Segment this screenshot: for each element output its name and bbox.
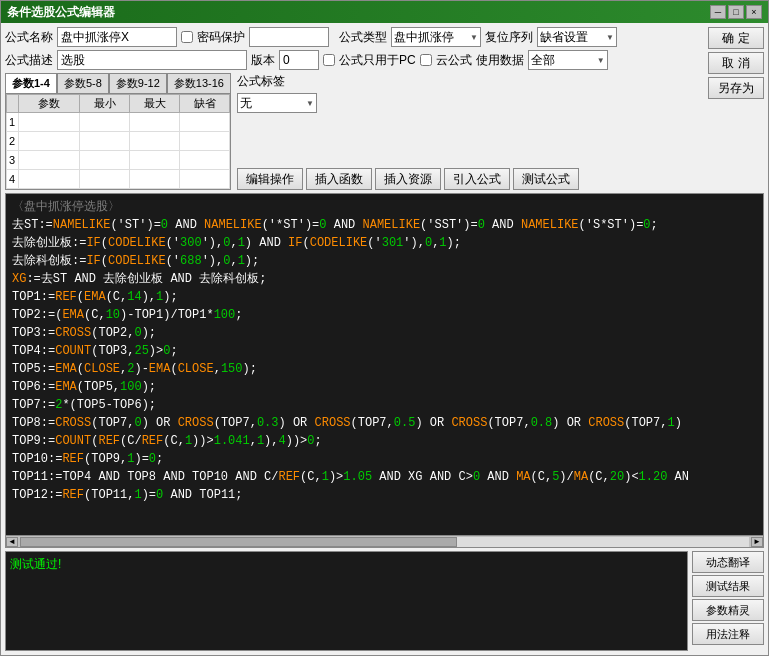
code-line: 去ST:=NAMELIKE('ST')=0 AND NAMELIKE('*ST'… (12, 216, 757, 234)
param-2-name[interactable] (21, 133, 71, 149)
code-line: TOP3:=CROSS(TOP2,0); (12, 324, 757, 342)
param-3-default[interactable] (182, 152, 222, 168)
repeat-label: 复位序列 (485, 29, 533, 46)
param-name-header: 参数 (19, 95, 80, 113)
formula-name-row: 公式名称 密码保护 公式类型 盘中抓涨停 ▼ 复位序列 缺省设置 ▼ (5, 27, 704, 47)
formula-tag-value-row: 无 ▼ (237, 93, 579, 113)
param-4-min[interactable] (82, 171, 122, 187)
save-as-button[interactable]: 另存为 (708, 77, 764, 99)
outer-buttons: 确 定 取 消 另存为 (708, 27, 764, 190)
param-4-default[interactable] (182, 171, 222, 187)
use-data-label: 使用数据 (476, 52, 524, 69)
code-line: TOP8:=CROSS(TOP7,0) OR CROSS(TOP7,0.3) O… (12, 414, 757, 432)
formula-tag-dropdown[interactable]: 无 ▼ (237, 93, 317, 113)
close-button[interactable]: × (746, 5, 762, 19)
formula-name-label: 公式名称 (5, 29, 53, 46)
horizontal-scrollbar[interactable]: ◄ ► (6, 535, 763, 547)
param-num-header (7, 95, 19, 113)
title-bar: 条件选股公式编辑器 ─ □ × (1, 1, 768, 23)
repeat-arrow: ▼ (606, 33, 614, 42)
status-area: 测试通过! (5, 551, 688, 651)
cloud-label: 云公式 (436, 52, 472, 69)
param-2-default[interactable] (182, 133, 222, 149)
code-line: XG:=去ST AND 去除创业板 AND 去除科创板; (12, 270, 757, 288)
param-1-max[interactable] (132, 114, 172, 130)
code-line: TOP7:=2*(TOP5-TOP6); (12, 396, 757, 414)
edit-op-button[interactable]: 编辑操作 (237, 168, 303, 190)
main-window: 条件选股公式编辑器 ─ □ × 公式名称 密码保护 公式类型 (0, 0, 769, 656)
minimize-button[interactable]: ─ (710, 5, 726, 19)
row-num-2: 2 (7, 132, 19, 151)
formula-tag-section: 公式标签 无 ▼ 编辑操作 插入函数 (237, 73, 579, 190)
code-line: TOP11:=TOP4 AND TOP8 AND TOP10 AND C/REF… (12, 468, 757, 486)
param-1-min[interactable] (82, 114, 122, 130)
code-line: TOP6:=EMA(TOP5,100); (12, 378, 757, 396)
cancel-button[interactable]: 取 消 (708, 52, 764, 74)
table-row: 2 (7, 132, 230, 151)
use-data-dropdown[interactable]: 全部 ▼ (528, 50, 608, 70)
param-tab-9-12[interactable]: 参数9-12 (109, 73, 167, 93)
param-summary-button[interactable]: 参数精灵 (692, 599, 764, 621)
maximize-button[interactable]: □ (728, 5, 744, 19)
code-editor[interactable]: 〈盘中抓涨停选股〉 去ST:=NAMELIKE('ST')=0 AND NAME… (5, 193, 764, 548)
password-input[interactable] (249, 27, 329, 47)
formula-type-dropdown[interactable]: 盘中抓涨停 ▼ (391, 27, 481, 47)
insert-resource-button[interactable]: 插入资源 (375, 168, 441, 190)
top-section: 公式名称 密码保护 公式类型 盘中抓涨停 ▼ 复位序列 缺省设置 ▼ (5, 27, 764, 190)
param-1-default[interactable] (182, 114, 222, 130)
window-title: 条件选股公式编辑器 (7, 4, 115, 21)
formula-desc-input[interactable] (57, 50, 247, 70)
param-table: 参数 最小 最大 缺省 1 (5, 93, 231, 190)
row-num-4: 4 (7, 170, 19, 189)
use-data-arrow: ▼ (597, 56, 605, 65)
test-result-text: 测试通过! (10, 557, 61, 571)
confirm-button[interactable]: 确 定 (708, 27, 764, 49)
quote-formula-button[interactable]: 引入公式 (444, 168, 510, 190)
code-content[interactable]: 〈盘中抓涨停选股〉 去ST:=NAMELIKE('ST')=0 AND NAME… (6, 194, 763, 535)
code-line: 去除科创板:=IF(CODELIKE('688'),0,1); (12, 252, 757, 270)
formula-desc-label: 公式描述 (5, 52, 53, 69)
scroll-left-button[interactable]: ◄ (6, 537, 18, 547)
content-area: 公式名称 密码保护 公式类型 盘中抓涨停 ▼ 复位序列 缺省设置 ▼ (1, 23, 768, 655)
param-2-max[interactable] (132, 133, 172, 149)
code-line: 去除创业板:=IF(CODELIKE('300'),0,1) AND IF(CO… (12, 234, 757, 252)
right-side-buttons: 动态翻译 测试结果 参数精灵 用法注释 (692, 551, 764, 651)
param-3-name[interactable] (21, 152, 71, 168)
dynamic-translate-button[interactable]: 动态翻译 (692, 551, 764, 573)
param-1-name[interactable] (21, 114, 71, 130)
scroll-right-button[interactable]: ► (751, 537, 763, 547)
param-tab-13-16[interactable]: 参数13-16 (167, 73, 231, 93)
repeat-dropdown[interactable]: 缺省设置 ▼ (537, 27, 617, 47)
param-default-header: 缺省 (180, 95, 230, 113)
param-max-header: 最大 (130, 95, 180, 113)
param-tab-1-4[interactable]: 参数1-4 (5, 73, 57, 93)
table-row: 3 (7, 151, 230, 170)
row-num-3: 3 (7, 151, 19, 170)
param-3-min[interactable] (82, 152, 122, 168)
version-input[interactable] (279, 50, 319, 70)
code-line: TOP1:=REF(EMA(C,14),1); (12, 288, 757, 306)
insert-func-button[interactable]: 插入函数 (306, 168, 372, 190)
param-3-max[interactable] (132, 152, 172, 168)
pc-only-label: 公式只用于PC (339, 52, 416, 69)
table-row: 4 (7, 170, 230, 189)
scrollbar-thumb[interactable] (20, 537, 457, 547)
password-checkbox[interactable] (181, 31, 193, 43)
test-results-button[interactable]: 测试结果 (692, 575, 764, 597)
cloud-checkbox[interactable] (420, 54, 432, 66)
pc-only-checkbox[interactable] (323, 54, 335, 66)
bottom-section: 测试通过! 动态翻译 测试结果 参数精灵 用法注释 (5, 551, 764, 651)
test-formula-button[interactable]: 测试公式 (513, 168, 579, 190)
formula-name-input[interactable] (57, 27, 177, 47)
action-buttons-row: 编辑操作 插入函数 插入资源 引入公式 测试公式 (237, 148, 579, 190)
code-line: TOP2:=(EMA(C,10)-TOP1)/TOP1*100; (12, 306, 757, 324)
row-num-1: 1 (7, 113, 19, 132)
formula-desc-row: 公式描述 版本 公式只用于PC 云公式 使用数据 全部 ▼ (5, 50, 704, 70)
param-min-header: 最小 (80, 95, 130, 113)
usage-notes-button[interactable]: 用法注释 (692, 623, 764, 645)
param-tab-5-8[interactable]: 参数5-8 (57, 73, 109, 93)
param-2-min[interactable] (82, 133, 122, 149)
code-line: TOP12:=REF(TOP11,1)=0 AND TOP11; (12, 486, 757, 504)
param-4-name[interactable] (21, 171, 71, 187)
param-4-max[interactable] (132, 171, 172, 187)
